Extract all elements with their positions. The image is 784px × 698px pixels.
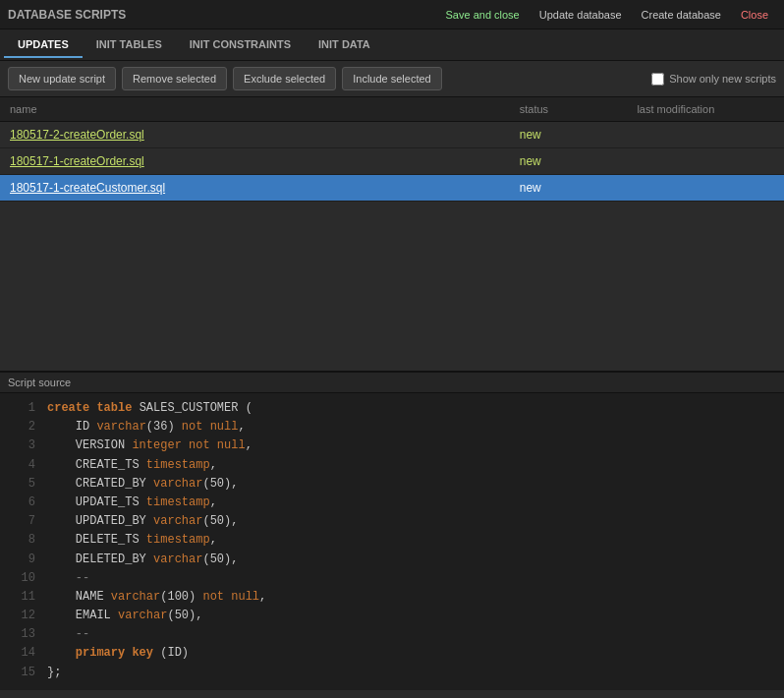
- line-content: DELETED_BY varchar(50),: [47, 551, 238, 569]
- line-content: UPDATE_TS timestamp,: [47, 494, 217, 512]
- code-token: not null: [189, 438, 246, 452]
- line-content: CREATED_BY varchar(50),: [47, 475, 238, 494]
- script-name-cell: 180517-2-createOrder.sql: [0, 122, 510, 148]
- include-selected-button[interactable]: Include selected: [342, 67, 442, 90]
- line-number: 12: [8, 607, 35, 625]
- col-last-modification: last modification: [627, 97, 784, 122]
- code-token: primary key: [76, 646, 153, 660]
- show-only-new-label[interactable]: Show only new scripts: [651, 73, 776, 86]
- line-number: 2: [8, 418, 35, 436]
- line-number: 3: [8, 436, 35, 455]
- line-content: create table SALES_CUSTOMER (: [47, 399, 252, 418]
- app-title: DATABASE SCRIPTS: [8, 8, 438, 22]
- line-number: 5: [8, 475, 35, 494]
- line-content: NAME varchar(100) not null,: [47, 588, 266, 607]
- line-content: DELETE_TS timestamp,: [47, 531, 217, 550]
- code-line: 2 ID varchar(36) not null,: [0, 418, 784, 436]
- script-status-cell: new: [510, 122, 628, 148]
- code-token: not null: [182, 420, 239, 434]
- line-number: 7: [8, 512, 35, 531]
- line-number: 13: [8, 625, 35, 644]
- code-token: timestamp: [146, 458, 210, 472]
- tab-init-data[interactable]: INIT DATA: [305, 32, 384, 58]
- code-token: table: [96, 401, 132, 415]
- code-token: varchar: [96, 420, 145, 434]
- tabs-bar: UPDATES INIT TABLES INIT CONSTRAINTS INI…: [0, 29, 784, 61]
- line-content: EMAIL varchar(50),: [47, 607, 202, 625]
- script-name-link[interactable]: 180517-1-createOrder.sql: [10, 154, 144, 168]
- header-actions: Save and close Update database Create da…: [438, 6, 776, 24]
- line-content: CREATE_TS timestamp,: [47, 456, 217, 475]
- col-name: name: [0, 97, 510, 122]
- code-token: varchar: [153, 477, 202, 491]
- code-token: not null: [202, 590, 259, 604]
- script-modification-cell: [627, 122, 784, 148]
- script-source-label: Script source: [0, 373, 784, 393]
- code-token: --: [47, 627, 89, 641]
- line-number: 15: [8, 664, 35, 682]
- line-content: --: [47, 625, 89, 644]
- code-area: 1create table SALES_CUSTOMER (2 ID varch…: [0, 393, 784, 690]
- new-update-script-button[interactable]: New update script: [8, 67, 116, 90]
- save-close-button[interactable]: Save and close: [438, 6, 528, 24]
- show-only-new-text: Show only new scripts: [669, 73, 776, 85]
- scripts-table-container: name status last modification 180517-2-c…: [0, 97, 784, 373]
- line-number: 10: [8, 569, 35, 588]
- script-status-cell: new: [510, 148, 628, 175]
- code-line: 3 VERSION integer not null,: [0, 436, 784, 455]
- line-content: --: [47, 569, 89, 588]
- code-line: 13 --: [0, 625, 784, 644]
- code-line: 10 --: [0, 569, 784, 588]
- script-name-cell: 180517-1-createOrder.sql: [0, 148, 510, 175]
- script-name-link[interactable]: 180517-1-createCustomer.sql: [10, 181, 165, 195]
- remove-selected-button[interactable]: Remove selected: [122, 67, 227, 90]
- code-line: 8 DELETE_TS timestamp,: [0, 531, 784, 550]
- code-line: 9 DELETED_BY varchar(50),: [0, 551, 784, 569]
- toolbar: New update script Remove selected Exclud…: [0, 61, 784, 97]
- tab-init-constraints[interactable]: INIT CONSTRAINTS: [176, 32, 305, 58]
- code-line: 4 CREATE_TS timestamp,: [0, 456, 784, 475]
- script-modification-cell: [627, 175, 784, 202]
- code-line: 15};: [0, 664, 784, 682]
- table-header-row: name status last modification: [0, 97, 784, 122]
- code-token: integer: [132, 438, 181, 452]
- create-database-button[interactable]: Create database: [634, 6, 729, 24]
- table-row[interactable]: 180517-2-createOrder.sqlnew: [0, 122, 784, 148]
- script-name-link[interactable]: 180517-2-createOrder.sql: [10, 128, 144, 142]
- table-row[interactable]: 180517-1-createCustomer.sqlnew: [0, 175, 784, 202]
- show-only-new-checkbox[interactable]: [651, 73, 664, 86]
- line-number: 1: [8, 399, 35, 418]
- code-token: create: [47, 401, 89, 415]
- line-number: 8: [8, 531, 35, 550]
- line-content: };: [47, 664, 61, 682]
- code-line: 7 UPDATED_BY varchar(50),: [0, 512, 784, 531]
- close-button[interactable]: Close: [733, 6, 776, 24]
- code-token: timestamp: [146, 495, 210, 509]
- code-line: 14 primary key (ID): [0, 644, 784, 663]
- line-content: primary key (ID): [47, 644, 189, 663]
- table-row[interactable]: 180517-1-createOrder.sqlnew: [0, 148, 784, 175]
- line-content: ID varchar(36) not null,: [47, 418, 246, 436]
- script-name-cell: 180517-1-createCustomer.sql: [0, 175, 510, 202]
- tab-updates[interactable]: UPDATES: [4, 32, 83, 58]
- col-status: status: [510, 97, 628, 122]
- code-token: varchar: [111, 590, 160, 604]
- exclude-selected-button[interactable]: Exclude selected: [233, 67, 336, 90]
- line-content: UPDATED_BY varchar(50),: [47, 512, 238, 531]
- code-line: 12 EMAIL varchar(50),: [0, 607, 784, 625]
- tab-init-tables[interactable]: INIT TABLES: [83, 32, 176, 58]
- code-token: varchar: [153, 553, 202, 566]
- code-token: --: [47, 571, 89, 585]
- code-line: 5 CREATED_BY varchar(50),: [0, 475, 784, 494]
- code-token: timestamp: [146, 533, 210, 547]
- code-token: varchar: [153, 514, 202, 528]
- line-number: 11: [8, 588, 35, 607]
- scripts-table: name status last modification 180517-2-c…: [0, 97, 784, 202]
- update-database-button[interactable]: Update database: [532, 6, 630, 24]
- script-modification-cell: [627, 148, 784, 175]
- line-content: VERSION integer not null,: [47, 436, 252, 455]
- header-bar: DATABASE SCRIPTS Save and close Update d…: [0, 0, 784, 29]
- line-number: 4: [8, 456, 35, 475]
- scripts-tbody: 180517-2-createOrder.sqlnew180517-1-crea…: [0, 122, 784, 202]
- script-status-cell: new: [510, 175, 628, 202]
